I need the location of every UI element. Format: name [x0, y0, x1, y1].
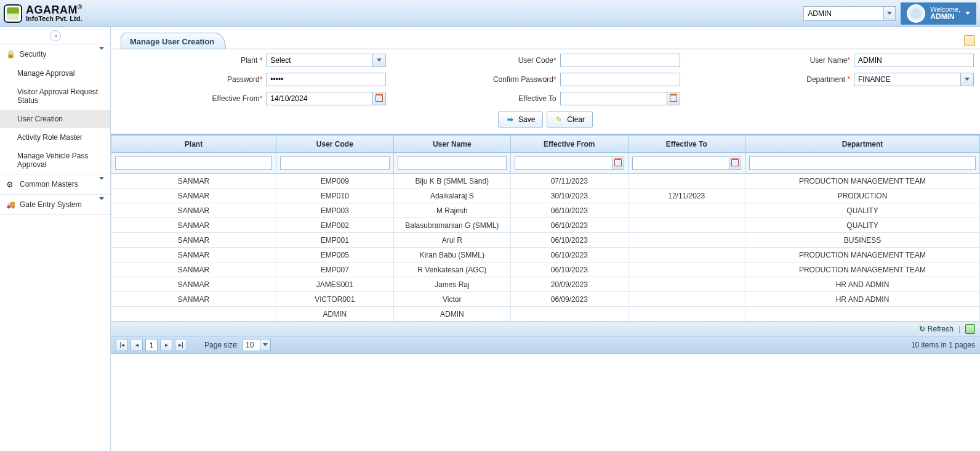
cell-code: JAMES001	[276, 277, 393, 292]
top-admin-select[interactable]	[803, 6, 896, 21]
filter-from-calendar-button[interactable]	[612, 156, 624, 170]
grid: Plant User Code User Name Effective From…	[111, 134, 980, 354]
col-effective-from[interactable]: Effective From	[511, 136, 628, 153]
col-department[interactable]: Department	[745, 136, 980, 153]
page-tab-row: Manage User Creation	[111, 27, 980, 49]
filter-username[interactable]	[398, 156, 507, 170]
chevron-down-icon	[263, 343, 268, 346]
cell-plant	[111, 307, 276, 322]
col-usercode[interactable]: User Code	[276, 136, 393, 153]
filter-plant[interactable]	[115, 156, 272, 170]
pager-prev[interactable]: ◂	[131, 339, 143, 351]
effective-from-input[interactable]	[266, 92, 372, 105]
logo-icon	[4, 4, 22, 23]
username-input[interactable]	[854, 54, 974, 67]
plant-label: Plant *	[241, 56, 262, 65]
table-row[interactable]: SANMAREMP005Kiran Babu (SMML)06/10/2023P…	[111, 248, 980, 262]
plant-dropdown-button[interactable]	[372, 54, 386, 67]
col-username[interactable]: User Name	[393, 136, 510, 153]
effective-from-calendar-button[interactable]	[372, 92, 386, 105]
sidebar-item-manage-approval[interactable]: Manage Approval	[0, 64, 110, 83]
chevron-down-icon	[965, 12, 970, 15]
cell-code: EMP005	[276, 248, 393, 262]
effective-from-field[interactable]	[266, 92, 386, 105]
save-button[interactable]: Save	[498, 112, 543, 128]
pager-summary: 10 items in 1 pages	[911, 341, 975, 349]
calendar-icon	[731, 160, 739, 166]
username-label: User Name*	[810, 56, 850, 65]
cell-to: 12/11/2023	[628, 189, 745, 203]
col-plant[interactable]: Plant	[111, 136, 276, 153]
top-admin-dropdown[interactable]	[883, 6, 896, 21]
sidebar-item-visitor-approval[interactable]: Visitor Approval Request Status	[0, 83, 110, 110]
cell-name: James Raj	[393, 277, 510, 292]
sticky-note-icon[interactable]	[964, 35, 975, 46]
col-effective-to[interactable]: Effective To	[628, 136, 745, 153]
sidebar-item-activity-role-master[interactable]: Activity Role Master	[0, 128, 110, 147]
cell-dep: PRODUCTION	[745, 189, 980, 203]
sidebar-head-security[interactable]: Security	[0, 44, 110, 64]
department-input[interactable]	[854, 73, 960, 86]
user-menu[interactable]: Welcome, ADMIN	[901, 2, 976, 25]
table-row[interactable]: SANMAREMP010Adaikalaraj S30/10/202312/11…	[111, 189, 980, 203]
usercode-label: User Code*	[518, 56, 556, 65]
cell-dep: PRODUCTION MANAGEMENT TEAM	[745, 248, 980, 262]
cell-from: 06/09/2023	[511, 292, 628, 307]
page-size-select[interactable]: 10	[243, 339, 271, 351]
sidebar-head-gate-entry[interactable]: Gate Entry System	[0, 195, 110, 214]
table-row[interactable]: ADMINADMIN	[111, 307, 980, 322]
table-row[interactable]: SANMAREMP007R Venkatesan (AGC)06/10/2023…	[111, 262, 980, 277]
cell-plant: SANMAR	[111, 262, 276, 277]
pager-next[interactable]: ▸	[160, 339, 172, 351]
cell-plant: SANMAR	[111, 292, 276, 307]
filter-department[interactable]	[749, 156, 976, 170]
department-select[interactable]	[854, 73, 974, 86]
table-row[interactable]: SANMARVICTOR001Victor06/09/2023HR AND AD…	[111, 292, 980, 307]
filter-usercode[interactable]	[280, 156, 389, 170]
logo-name-text: AGARAM	[26, 4, 78, 15]
department-dropdown-button[interactable]	[960, 73, 974, 86]
confirm-password-input[interactable]	[560, 73, 680, 86]
refresh-icon	[919, 325, 928, 333]
plant-input[interactable]	[266, 54, 372, 67]
table-row[interactable]: SANMARJAMES001James Raj20/09/2023HR AND …	[111, 277, 980, 292]
truck-icon	[6, 200, 15, 209]
cell-to	[628, 174, 745, 189]
clear-button[interactable]: Clear	[547, 112, 593, 128]
plant-select[interactable]	[266, 54, 386, 67]
page-size-dropdown-button[interactable]	[260, 339, 271, 351]
table-row[interactable]: SANMAREMP002Balasubramanian G (SMML)06/1…	[111, 218, 980, 233]
cell-code: EMP010	[276, 189, 393, 203]
effective-to-field[interactable]	[560, 92, 680, 105]
sidebar-collapse[interactable]: «	[0, 27, 110, 44]
filter-effective-from[interactable]	[515, 156, 612, 170]
table-row[interactable]: SANMAREMP009Biju K B (SMML Sand)07/11/20…	[111, 174, 980, 189]
filter-to-calendar-button[interactable]	[729, 156, 741, 170]
sidebar-section-security: Security Manage Approval Visitor Approva…	[0, 44, 110, 174]
filter-effective-to[interactable]	[632, 156, 729, 170]
main: Manage User Creation Plant * User Code*	[111, 27, 980, 451]
cell-name: Arul R	[393, 233, 510, 248]
effective-to-calendar-button[interactable]	[667, 92, 680, 105]
welcome-user: ADMIN	[930, 13, 960, 21]
sidebar-head-common-masters[interactable]: Common Masters	[0, 174, 110, 194]
sidebar-item-user-creation[interactable]: User Creation	[0, 110, 110, 128]
excel-export-icon[interactable]	[965, 324, 975, 334]
sidebar-label-gate-entry: Gate Entry System	[20, 200, 82, 209]
calendar-icon	[614, 160, 622, 166]
cell-dep: HR AND ADMIN	[745, 292, 980, 307]
sidebar-item-manage-vehicle-pass[interactable]: Manage Vehicle Pass Approval	[0, 147, 110, 174]
pager-first[interactable]: |◂	[116, 339, 128, 351]
password-input[interactable]	[266, 73, 386, 86]
table-row[interactable]: SANMAREMP003M Rajesh06/10/2023QUALITY	[111, 203, 980, 218]
table-row[interactable]: SANMAREMP001Arul R06/10/2023BUSINESS	[111, 233, 980, 248]
pager-last[interactable]: ▸|	[175, 339, 187, 351]
sidebar-label-common-masters: Common Masters	[20, 180, 78, 189]
cell-from: 06/10/2023	[511, 203, 628, 218]
pager-page-input[interactable]	[145, 339, 158, 351]
sidebar: « Security Manage Approval Visitor Appro…	[0, 27, 111, 451]
effective-to-input[interactable]	[560, 92, 667, 105]
usercode-input[interactable]	[560, 54, 680, 67]
top-admin-input[interactable]	[803, 6, 883, 21]
refresh-link[interactable]: Refresh	[919, 325, 954, 333]
